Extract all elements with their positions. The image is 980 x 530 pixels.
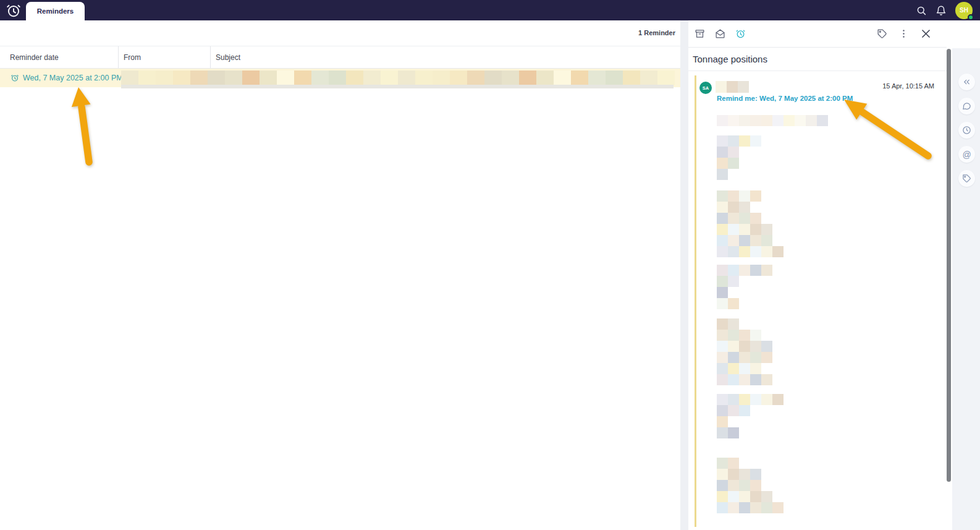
annotation-arrow-remind-link xyxy=(838,95,937,163)
remind-me-link[interactable]: Remind me: Wed, 7 May 2025 at 2:00 PM xyxy=(717,95,853,102)
tab-reminders[interactable]: Reminders xyxy=(26,2,85,20)
mention-icon[interactable]: @ xyxy=(958,146,975,163)
annotation-arrow-row xyxy=(62,82,100,169)
alarm-clock-icon-active[interactable] xyxy=(735,28,746,39)
search-icon[interactable] xyxy=(916,5,927,16)
reading-panel: Tonnage positions SA 15 Apr, 10:15 AM Re… xyxy=(688,20,947,530)
close-icon[interactable] xyxy=(920,28,932,40)
email-subject-header: Tonnage positions xyxy=(688,48,947,71)
sender-avatar-initials: SA xyxy=(703,85,709,91)
panel-scrollbar[interactable] xyxy=(947,49,951,482)
body-intro-redaction xyxy=(717,115,828,126)
email-accent-bar xyxy=(695,75,696,527)
reminder-date-text: Wed, 7 May 2025 at 2:00 PM xyxy=(23,74,123,82)
tag-icon[interactable] xyxy=(877,28,887,39)
panel-divider xyxy=(680,20,688,530)
user-avatar[interactable]: SH xyxy=(955,2,973,19)
tag-icon-rail[interactable] xyxy=(958,170,975,187)
row-redaction-understrip xyxy=(121,85,674,88)
sender-redaction xyxy=(716,81,749,93)
reminders-list-area: 1 Reminder Reminder date From Subject We… xyxy=(0,20,680,530)
app-logo-alarm-icon[interactable] xyxy=(6,2,22,19)
column-header-subject[interactable]: Subject xyxy=(211,46,680,68)
reminder-row[interactable]: Wed, 7 May 2025 at 2:00 PM xyxy=(0,69,680,87)
archive-icon[interactable] xyxy=(695,28,705,39)
table-header: Reminder date From Subject xyxy=(0,46,680,69)
sender-avatar: SA xyxy=(699,82,712,94)
comment-icon[interactable] xyxy=(958,98,975,114)
mention-glyph: @ xyxy=(962,150,971,159)
bell-icon[interactable] xyxy=(936,5,947,16)
clock-icon[interactable] xyxy=(958,122,975,139)
email-subject: Tonnage positions xyxy=(693,54,767,64)
row-redaction xyxy=(121,71,675,85)
kebab-menu-icon[interactable] xyxy=(898,28,909,39)
right-icon-rail: @ xyxy=(952,48,980,530)
alarm-clock-icon xyxy=(11,74,19,82)
column-header-reminder-date[interactable]: Reminder date xyxy=(0,46,119,68)
presence-indicator xyxy=(968,14,974,20)
reminder-count: 1 Reminder xyxy=(638,29,675,36)
tab-label: Reminders xyxy=(37,7,74,15)
email-timestamp: 15 Apr, 10:15 AM xyxy=(853,82,934,90)
column-header-from[interactable]: From xyxy=(119,46,211,68)
panel-toolbar xyxy=(688,20,947,48)
mail-open-icon[interactable] xyxy=(715,28,725,39)
top-bar: Reminders SH xyxy=(0,0,980,20)
reminder-date-cell: Wed, 7 May 2025 at 2:00 PM xyxy=(11,69,123,87)
collapse-double-chevron-icon[interactable] xyxy=(958,74,975,90)
user-avatar-initials: SH xyxy=(960,7,968,14)
topbar-actions: SH xyxy=(916,0,973,20)
